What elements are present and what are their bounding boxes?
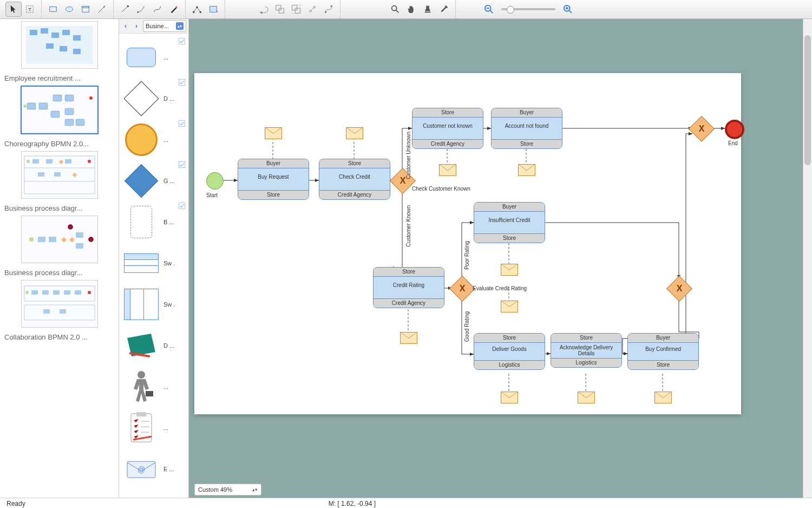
pen-tool[interactable] (166, 2, 182, 17)
group-icon[interactable] (288, 2, 304, 17)
detach-icon[interactable] (304, 2, 320, 17)
diagram-canvas[interactable]: Start Buyer Buy Request Store Store Chec… (194, 73, 741, 414)
svg-rect-82 (43, 309, 50, 314)
svg-point-84 (25, 291, 29, 294)
svg-rect-44 (27, 103, 36, 109)
shape-task[interactable]: ... (119, 37, 188, 78)
shape-gateway[interactable]: G ... (119, 160, 188, 201)
ungroup-icon[interactable] (272, 2, 288, 17)
zoom-slider[interactable] (501, 8, 555, 10)
task-buy-confirmed[interactable]: Buyer Buy Confirmed Store (627, 333, 699, 370)
svg-marker-15 (260, 11, 263, 14)
text-tool[interactable]: T (22, 2, 38, 17)
start-event[interactable] (206, 172, 224, 190)
eyedropper-tool[interactable] (436, 2, 452, 17)
task-credit-rating[interactable]: Store Credit Rating Credit Agency (373, 267, 444, 308)
shape-circle[interactable]: ... (119, 119, 188, 160)
gateway-merge-end[interactable]: X (689, 116, 715, 142)
pointer-tool[interactable] (5, 2, 22, 17)
page-label-1: Choreography BPMN 2.0... (4, 140, 114, 148)
svg-point-65 (88, 160, 91, 163)
shape-swimlane-h[interactable]: Sw . (119, 243, 188, 284)
task-check-credit[interactable]: Store Check Credit Credit Agency (319, 159, 390, 200)
message-icon (518, 164, 535, 176)
edit-points-tool[interactable] (189, 2, 205, 17)
undo-icon[interactable] (256, 2, 272, 17)
svg-point-12 (196, 6, 198, 9)
library-select[interactable]: Busine...▴▾ (143, 20, 186, 32)
svg-rect-38 (51, 32, 59, 38)
svg-text:@: @ (137, 465, 145, 474)
task-account-not-found[interactable]: Buyer Account not found Store (491, 108, 562, 149)
page-thumb-3[interactable] (21, 216, 98, 263)
svg-rect-42 (60, 46, 67, 51)
library-select-label: Busine... (146, 23, 169, 29)
page-thumb-1[interactable] (21, 86, 99, 134)
svg-rect-58 (46, 159, 53, 164)
svg-point-24 (331, 5, 333, 8)
svg-rect-2 (50, 7, 57, 12)
svg-rect-17 (279, 8, 284, 13)
end-event[interactable] (725, 120, 744, 139)
svg-rect-59 (65, 159, 71, 164)
svg-rect-51 (76, 119, 84, 126)
reconnect-icon[interactable] (320, 2, 337, 17)
message-icon (578, 392, 595, 403)
connector-2[interactable] (133, 2, 149, 17)
zoom-select[interactable]: Custom 49%▴▾ (194, 484, 261, 496)
vertical-scrollbar[interactable] (803, 19, 812, 498)
shape-diamond[interactable]: D ... (119, 78, 188, 119)
zoom-in-icon[interactable] (560, 2, 576, 17)
svg-line-30 (490, 11, 493, 14)
line-tool[interactable] (94, 2, 110, 17)
message-icon (346, 127, 363, 139)
svg-point-73 (68, 225, 73, 229)
gateway-credit-rating[interactable]: X (449, 276, 475, 302)
svg-point-72 (29, 237, 34, 242)
gateway-label: Check Customer Known (412, 186, 470, 192)
canvas-area[interactable]: Start Buyer Buy Request Store Store Chec… (189, 19, 812, 498)
svg-rect-37 (41, 28, 48, 34)
search-icon[interactable] (387, 2, 403, 17)
svg-rect-66 (38, 237, 45, 242)
lib-forward-button[interactable]: › (132, 21, 141, 31)
task-insufficient-credit[interactable]: Buyer Insufficient Credit Store (474, 202, 545, 243)
svg-text:T: T (28, 6, 31, 12)
stepper-icon: ▴▾ (252, 487, 258, 492)
shape-clipboard[interactable]: ... (119, 407, 188, 448)
connector-1[interactable] (117, 2, 133, 17)
svg-rect-87 (179, 79, 185, 86)
shape-data[interactable]: D ... (119, 325, 188, 366)
svg-rect-90 (179, 203, 185, 209)
svg-rect-10 (176, 6, 178, 8)
edge-label: Customer Unknown (405, 132, 411, 179)
page-thumb-0[interactable] (21, 21, 98, 69)
shape-boundary[interactable]: B ... (119, 201, 188, 243)
task-deliver-goods[interactable]: Store Deliver Goods Logistics (474, 333, 545, 370)
page-thumb-4[interactable] (21, 280, 98, 328)
scrollbar-thumb[interactable] (804, 35, 811, 165)
ellipse-tool[interactable] (61, 2, 77, 17)
task-acknowledge-delivery[interactable]: Store Acknowledge Delivery Details Logis… (551, 333, 622, 368)
svg-rect-45 (39, 103, 48, 109)
task-buy-request[interactable]: Buyer Buy Request Store (238, 159, 309, 200)
svg-rect-48 (51, 111, 60, 118)
page-thumb-2[interactable] (21, 151, 98, 199)
gateway-merge-rating[interactable]: X (666, 276, 692, 302)
shape-swimlane-v[interactable]: Sw . (119, 284, 188, 325)
message-icon (501, 301, 518, 312)
shape-actor[interactable]: ... (119, 366, 188, 407)
zoom-out-icon[interactable] (481, 2, 497, 17)
edge-label: Customer Known (405, 205, 411, 247)
stamp-tool[interactable] (420, 2, 436, 17)
hand-tool[interactable] (403, 2, 420, 17)
task-customer-not-known[interactable]: Store Customer not known Credit Agency (412, 108, 483, 149)
svg-rect-81 (75, 290, 81, 295)
connector-3[interactable] (149, 2, 166, 17)
container-tool[interactable] (77, 2, 94, 17)
start-label: Start (206, 192, 218, 198)
shape-email[interactable]: @E ... (119, 448, 188, 490)
region-tool[interactable] (205, 2, 221, 17)
lib-back-button[interactable]: ‹ (121, 21, 130, 31)
rect-tool[interactable] (45, 2, 61, 17)
